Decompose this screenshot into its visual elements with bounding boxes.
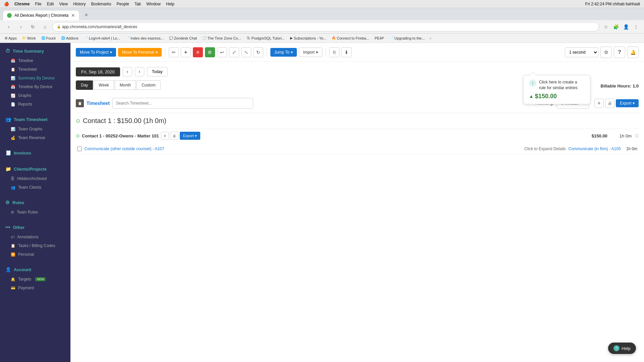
tab-day[interactable]: Day [76,80,93,90]
detail-print-button[interactable]: 🖨 [170,132,178,140]
bookmark-star-icon[interactable]: ☆ [602,23,610,31]
forward-button[interactable]: › [16,22,25,32]
sidebar-item-hidden-archived[interactable]: 🗄 Hidden/Archived [0,174,70,183]
sidebar-header-invoices[interactable]: 🧾 Invoices [0,147,70,158]
sidebar-item-timeline-by-device[interactable]: 📅 Timeline By Device [0,82,70,91]
bookmark-fount[interactable]: 🌐Fount [39,36,58,41]
time-interval-select[interactable]: 1 second 5 seconds 10 seconds 30 seconds… [565,47,598,57]
tab-week[interactable]: Week [94,80,114,90]
detail-add-button[interactable]: + [161,132,169,140]
download-button[interactable]: ⬇ [341,47,352,57]
copy-button[interactable]: ⎘ [329,47,339,57]
sidebar-item-timeline[interactable]: 📅 Timeline [0,56,70,65]
bookmark-timezone[interactable]: 🕐The Time Zone Co... [200,36,243,41]
settings-circle-button[interactable]: ⚙ [205,47,215,57]
jump-to-button[interactable]: Jump To ▾ [270,48,297,57]
today-button[interactable]: Today [147,67,168,76]
bookmark-log[interactable]: 📄Log/v4-rails4 | Lo... [82,36,122,41]
entry-expand-text[interactable]: Click to Expand Details [524,146,566,151]
menu-help[interactable]: Help [166,2,174,6]
sidebar-item-tasks-billing[interactable]: 📋 Tasks / Billing Codes [0,241,70,250]
bookmark-upgrading[interactable]: 📄Upgrading to the... [387,36,427,41]
sidebar-header-team-timesheet[interactable]: 👥 Team Timesheet [0,114,70,125]
date-next-button[interactable]: › [135,67,144,76]
refresh-button[interactable]: ↻ [253,47,263,57]
menu-window[interactable]: Window [146,2,161,6]
entry-checkbox[interactable] [77,146,82,151]
bookmark-subscriptions[interactable]: ▶Subscriptions - Yo... [288,36,328,41]
sidebar-item-team-rules[interactable]: ⚙ Team Rules [0,208,70,217]
settings-gear-button[interactable]: ⚙ [600,47,612,58]
sidebar-item-personal[interactable]: 🔽 Personal [0,250,70,259]
chrome-frame: All Devices Report | Chrometa ✕ + ‹ › ↻ … [0,8,644,43]
sidebar-header-clients[interactable]: 📁 Clients/Projects [0,164,70,174]
search-input[interactable] [112,98,253,109]
profile-icon[interactable]: 👤 [622,23,630,31]
sidebar-header-rules[interactable]: ⚙ Rules [0,197,70,208]
detail-export-button[interactable]: Export ▾ [180,132,200,140]
detail-expand-icon[interactable]: ⊙ [76,133,80,138]
tooltip-text[interactable]: Click here to create a rule for similar … [539,79,585,91]
help-button[interactable]: ? Help [608,343,636,354]
edit-button[interactable]: ✏ [169,47,179,57]
sidebar-item-annotations[interactable]: 🏷 Annotations [0,233,70,241]
sidebar-item-team-clients[interactable]: 👥 Team Clients [0,183,70,192]
timesheet-export-button[interactable]: Export ▾ [616,99,639,107]
expand-button[interactable]: ⤢ [229,47,239,57]
menu-file[interactable]: File [35,2,41,6]
apple-menu[interactable]: 🍎 [4,2,9,6]
sidebar-item-payment[interactable]: 💳 Payment [0,284,70,292]
sidebar-item-team-graphs[interactable]: 📊 Team Graphs [0,125,70,133]
tab-month[interactable]: Month [115,80,136,90]
move-to-project-button[interactable]: Move To Project ▾ [76,48,116,57]
help-question-button[interactable]: ? [614,47,625,58]
menu-history[interactable]: History [73,2,86,6]
move-to-personal-button[interactable]: Move To Personal ▾ [118,48,162,57]
undo-button[interactable]: ↩ [217,47,227,57]
compress-button[interactable]: ⤡ [241,47,251,57]
bookmark-zendesk[interactable]: 💬Zendesk Chat [167,36,199,41]
sidebar-header-other[interactable]: ••• Other [0,222,70,233]
menu-edit[interactable]: Edit [47,2,54,6]
bookmark-postgres[interactable]: 🐘PostgreSQL Tutori... [245,36,287,41]
sidebar-item-graphs[interactable]: 📈 Graphs [0,91,70,100]
menu-tab[interactable]: Tab [135,2,141,6]
app-name[interactable]: Chrome [14,2,30,6]
bookmark-index[interactable]: 📄Index des express... [123,36,165,41]
entry-activity-link[interactable]: Communicate (other outside counsel) - A1… [85,146,164,151]
bookmark-pe4p[interactable]: PE4P [373,36,386,41]
tab-close-button[interactable]: ✕ [71,13,75,18]
menu-view[interactable]: View [59,2,68,6]
extensions-icon[interactable]: 🧩 [612,23,620,31]
address-bar[interactable]: 🔒 app.chrometa.com/summaries/all_devices [52,22,599,32]
browser-tab[interactable]: All Devices Report | Chrometa ✕ [3,10,79,20]
date-prev-button[interactable]: ‹ [123,67,132,76]
sidebar-header-time-summary[interactable]: ⏱ Time Summary [0,46,70,56]
sidebar-item-reports[interactable]: 📄 Reports [0,100,70,109]
contact-expand-icon[interactable]: ⊙ [76,118,80,124]
add-button[interactable]: + [181,47,191,57]
bookmark-addons[interactable]: 🌐Addons [59,36,80,41]
delete-button[interactable]: ✕ [193,47,203,57]
back-button[interactable]: ‹ [4,22,13,32]
sidebar-item-timesheet[interactable]: 📋 Timesheet [0,65,70,74]
more-options-icon[interactable]: ⋮ [632,23,640,31]
notification-bell-button[interactable]: 🔔 [627,47,639,58]
import-button[interactable]: Import ▾ [299,48,322,57]
reload-button[interactable]: ↻ [28,22,38,32]
home-button[interactable]: ⌂ [40,22,50,32]
sidebar-item-summary-by-device[interactable]: 📊 Summary By Device [0,74,70,82]
new-tab-button[interactable]: + [82,10,91,20]
timesheet-print-button[interactable]: 🖨 [605,99,614,108]
entry-right-link[interactable]: Communicate (in firm) - A105 [569,146,621,151]
bookmark-firebase[interactable]: 🔥Connect to Fireba... [330,36,371,41]
tab-custom[interactable]: Custom [137,80,160,90]
bookmark-apps[interactable]: ⊞Apps [3,36,19,41]
sidebar-item-team-revenue[interactable]: 💰 Team Revenue [0,133,70,142]
timesheet-add-button[interactable]: + [594,99,604,108]
sidebar-header-account[interactable]: 👤 Account [0,264,70,275]
bookmark-work[interactable]: 📁Work [20,36,38,41]
sidebar-item-targets[interactable]: 🔔 Targets NEW [0,275,70,284]
menu-bookmarks[interactable]: Bookmarks [91,2,111,6]
menu-people[interactable]: People [117,2,129,6]
